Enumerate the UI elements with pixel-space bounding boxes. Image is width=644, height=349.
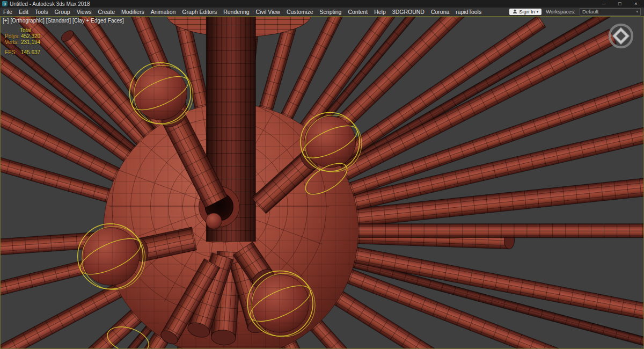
menu-item-scripting[interactable]: Scripting <box>317 8 345 16</box>
viewport: [+] [Orthographic] [Standard] [Clay + Ed… <box>0 16 644 349</box>
menu-item-content[interactable]: Content <box>345 8 371 16</box>
viewcube-gizmo[interactable] <box>606 21 636 51</box>
stats-polys-value: 452,320 <box>21 34 40 39</box>
window-controls: ─ □ × <box>596 0 644 8</box>
menu-item-rendering[interactable]: Rendering <box>220 8 252 16</box>
viewport-general-menu[interactable]: [+] <box>3 18 9 24</box>
menu-item-views[interactable]: Views <box>74 8 95 16</box>
sign-in-button[interactable]: Sign In ▾ <box>509 9 541 15</box>
viewport-standard-menu[interactable]: [Standard] <box>46 18 71 24</box>
workspaces-label: Workspaces: <box>546 9 575 14</box>
menu-item-customize[interactable]: Customize <box>283 8 317 16</box>
menubar-right: Sign In ▾ Workspaces: Default ▾ <box>509 8 644 16</box>
stats-verts-label: Verts: <box>5 40 21 45</box>
workspaces-dropdown[interactable]: Default ▾ <box>580 8 641 16</box>
menu-item-modifiers[interactable]: Modifiers <box>118 8 148 16</box>
menu-item-3dground[interactable]: 3DGROUND <box>389 8 428 16</box>
menu-item-tools[interactable]: Tools <box>32 8 52 16</box>
menu-item-animation[interactable]: Animation <box>148 8 179 16</box>
viewport-canvas[interactable] <box>1 17 643 348</box>
menu-item-corona[interactable]: Corona <box>428 8 452 16</box>
close-button[interactable]: × <box>628 0 644 8</box>
sign-in-label: Sign In <box>519 9 535 14</box>
menu-item-create[interactable]: Create <box>95 8 119 16</box>
app-icon: 3 <box>2 1 8 6</box>
viewport-label: [+] [Orthographic] [Standard] [Clay + Ed… <box>3 18 124 24</box>
menu-item-civil-view[interactable]: Civil View <box>253 8 283 16</box>
viewport-statistics: Total Polys: 452,320 Verts: 231,194 FPS:… <box>5 28 40 56</box>
maximize-button[interactable]: □ <box>612 0 628 8</box>
workspaces-value: Default <box>582 9 598 14</box>
minimize-button[interactable]: ─ <box>596 0 612 8</box>
menu-item-group[interactable]: Group <box>52 8 74 16</box>
menu-item-file[interactable]: File <box>0 8 16 16</box>
viewport-shading-menu[interactable]: [Clay + Edged Faces] <box>72 18 124 24</box>
window-title: Untitled - Autodesk 3ds Max 2018 <box>10 1 90 7</box>
menu-item-graph-editors[interactable]: Graph Editors <box>179 8 220 16</box>
viewport-pov-menu[interactable]: [Orthographic] <box>10 18 44 24</box>
stats-polys-label: Polys: <box>5 34 21 39</box>
stats-verts-value: 231,194 <box>21 40 40 45</box>
stats-fps-label: FPS: <box>5 50 21 55</box>
user-icon <box>513 9 517 14</box>
menu-item-edit[interactable]: Edit <box>16 8 32 16</box>
chevron-down-icon: ▾ <box>636 10 638 14</box>
stats-fps-value: 145.637 <box>21 50 40 55</box>
menu-bar: File Edit Tools Group Views Create Modif… <box>0 8 644 16</box>
stats-total-label: Total <box>20 28 31 33</box>
menu-item-help[interactable]: Help <box>371 8 389 16</box>
chevron-down-icon: ▾ <box>537 10 539 14</box>
title-bar: 3 Untitled - Autodesk 3ds Max 2018 ─ □ × <box>0 0 644 8</box>
menu-item-rapidtools[interactable]: rapidTools <box>452 8 485 16</box>
